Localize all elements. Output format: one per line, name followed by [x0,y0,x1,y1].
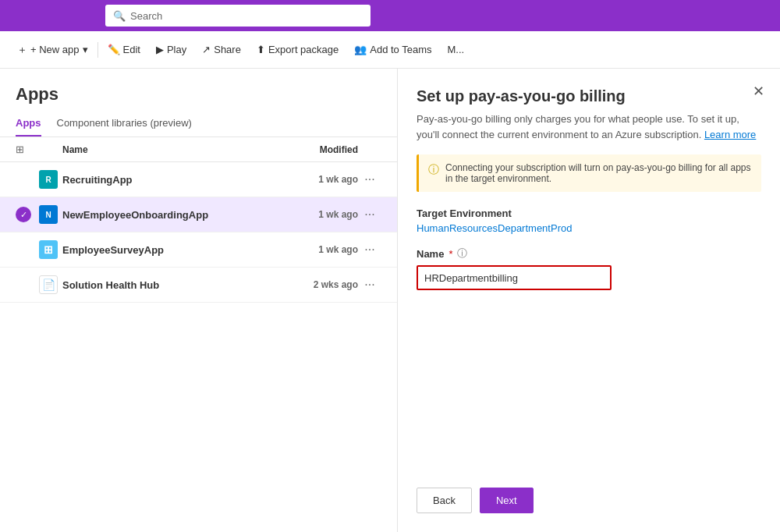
table-row[interactable]: 📄 Solution Health Hub 2 wks ago ··· [0,268,397,303]
main-content: Apps Apps Component libraries (preview) … [0,69,780,532]
warning-text: Connecting your subscription will turn o… [445,162,752,184]
name-field-section: Name * ⓘ [417,246,761,290]
page-title: Apps [0,69,397,111]
row-name-1: RecruitingApp [62,174,280,186]
row-name-3: EmployeeSurveyApp [62,244,280,256]
name-label-row: Name * ⓘ [417,246,761,261]
row-check-1 [16,172,39,187]
col-name-header: Name [62,144,280,155]
row-name-2: NewEmployeeOnboardingApp [62,209,280,221]
toolbar-divider-1 [98,42,98,58]
row-icon-2: N [39,205,62,224]
app-icon-blue: N [39,205,58,224]
left-panel: Apps Apps Component libraries (preview) … [0,69,398,532]
row-dots-2[interactable]: ··· [358,207,381,222]
target-env-label: Target Environment [417,207,761,219]
right-panel: ✕ Set up pay-as-you-go billing Pay-as-yo… [398,69,780,532]
more-button[interactable]: M... [440,39,473,60]
row-dots-1[interactable]: ··· [358,172,381,186]
row-check-4 [16,277,39,293]
new-app-button[interactable]: ＋ + New app ▾ [9,38,96,62]
next-button[interactable]: Next [480,488,534,513]
panel-footer: Back Next [417,464,761,513]
row-modified-2: 1 wk ago [280,209,358,220]
learn-more-link[interactable]: Learn more [704,129,756,140]
table-row[interactable]: ✓ N NewEmployeeOnboardingApp 1 wk ago ··… [0,197,397,232]
target-environment-section: Target Environment HumanResourcesDepartm… [417,207,761,234]
table-header: ⊞ Name Modified [0,137,397,162]
table-row[interactable]: ⊞ EmployeeSurveyApp 1 wk ago ··· [0,232,397,268]
edit-button[interactable]: ✏️ Edit [100,39,148,60]
dropdown-icon: ▾ [83,44,88,55]
table-row[interactable]: R RecruitingApp 1 wk ago ··· [0,162,397,197]
search-icon: 🔍 [113,10,126,22]
row-check-2: ✓ [16,207,39,222]
close-button[interactable]: ✕ [753,84,764,98]
toolbar: ＋ + New app ▾ ✏️ Edit ▶ Play ↗ Share ⬆ E… [0,31,780,69]
share-button[interactable]: ↗ Share [194,39,249,60]
play-button[interactable]: ▶ Play [148,39,194,60]
row-modified-3: 1 wk ago [280,244,358,255]
edit-icon: ✏️ [108,44,120,55]
row-dots-4[interactable]: ··· [358,278,381,292]
row-dots-3[interactable]: ··· [358,243,381,257]
row-name-4: Solution Health Hub [62,279,280,291]
panel-title: Set up pay-as-you-go billing [417,87,761,105]
teams-icon: 👥 [354,44,367,55]
required-star: * [448,248,452,260]
row-check-3 [16,242,39,257]
warning-icon: ⓘ [428,163,439,177]
new-app-icon: ＋ [17,43,27,57]
selected-checkmark: ✓ [16,207,31,222]
table-container: ⊞ Name Modified R RecruitingApp 1 wk ago… [0,137,397,532]
search-box[interactable]: 🔍 Search [105,5,370,27]
col-check-header: ⊞ [16,144,39,155]
export-button[interactable]: ⬆ Export package [249,39,346,60]
tabs-row: Apps Component libraries (preview) [0,111,397,137]
tab-component-libraries[interactable]: Component libraries (preview) [57,111,192,137]
panel-description: Pay-as-you-go billing only charges you f… [417,112,761,142]
play-icon: ▶ [156,44,164,55]
warning-banner: ⓘ Connecting your subscription will turn… [417,154,761,192]
info-icon[interactable]: ⓘ [457,246,467,261]
back-button[interactable]: Back [417,488,472,513]
app-icon-light-blue: ⊞ [39,240,58,259]
app-icon-teal: R [39,170,58,189]
row-modified-1: 1 wk ago [280,174,358,185]
col-modified-header: Modified [280,144,358,155]
search-label: Search [130,10,162,22]
name-label: Name [417,248,444,260]
target-env-value: HumanResourcesDepartmentProd [417,222,761,234]
share-icon: ↗ [202,44,211,55]
name-input[interactable] [417,265,612,290]
row-icon-4: 📄 [39,275,62,294]
add-to-teams-button[interactable]: 👥 Add to Teams [346,39,439,60]
top-bar: 🔍 Search [0,0,780,31]
tab-apps[interactable]: Apps [16,111,41,137]
row-icon-1: R [39,170,62,189]
export-icon: ⬆ [257,44,265,55]
row-icon-3: ⊞ [39,240,62,259]
row-modified-4: 2 wks ago [280,279,358,290]
app-icon-doc: 📄 [39,275,58,294]
